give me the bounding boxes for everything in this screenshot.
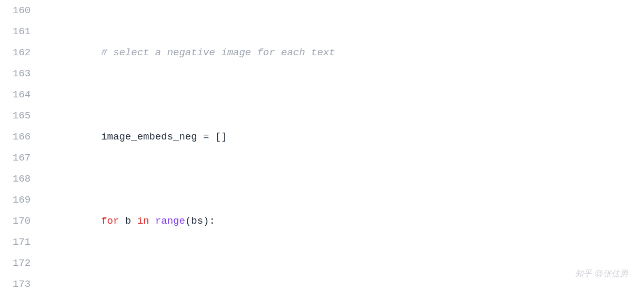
line-number-gutter: 160 161 162 163 164 165 166 167 168 169 … [0, 0, 43, 300]
code-line: # select a negative image for each text [43, 42, 644, 63]
keyword-in: in [137, 215, 149, 227]
code-token: b [125, 215, 131, 227]
keyword-for: for [101, 215, 119, 227]
line-number: 168 [13, 168, 31, 189]
line-number: 166 [13, 126, 31, 147]
code-token [149, 215, 155, 227]
code-token: = [203, 131, 209, 143]
line-number: 170 [13, 211, 31, 232]
line-number: 167 [13, 147, 31, 168]
line-number: 161 [13, 21, 31, 42]
line-number: 163 [13, 63, 31, 84]
code-line: image_embeds_neg = [] [43, 126, 644, 147]
line-number: 169 [13, 189, 31, 211]
code-token: (bs): [185, 215, 215, 227]
code-token: [] [209, 131, 227, 143]
line-number: 164 [13, 84, 31, 105]
line-number: 172 [13, 253, 31, 274]
code-line: neg_idx = torch.multinomial(weights_t2i[… [43, 295, 644, 300]
code-token [131, 215, 137, 227]
comment: # select a negative image for each text [101, 47, 335, 58]
line-number: 173 [13, 274, 31, 295]
line-number: 160 [13, 0, 31, 21]
code-line: for b in range(bs): [43, 211, 644, 232]
line-number: 165 [13, 105, 31, 126]
line-number: 162 [13, 42, 31, 63]
code-block: 160 161 162 163 164 165 166 167 168 169 … [0, 0, 644, 300]
code-token: image_embeds_neg [101, 131, 203, 143]
builtin-range: range [155, 215, 185, 227]
code-token [119, 215, 125, 227]
line-number: 171 [13, 232, 31, 253]
code-area[interactable]: # select a negative image for each text … [43, 0, 644, 300]
